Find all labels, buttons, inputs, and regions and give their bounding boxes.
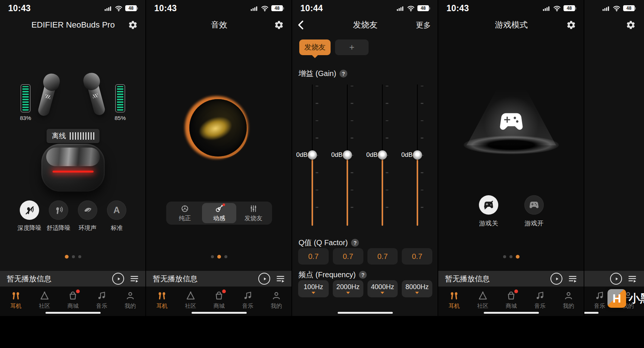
frequency-dropdown[interactable]: 2000Hz [333, 280, 363, 297]
comfort-anc-icon [49, 200, 68, 220]
standard-mode-icon: A [107, 200, 126, 220]
game-mode-off-button[interactable]: 游戏关 [473, 195, 504, 228]
preset-label: 发烧友 [244, 215, 262, 222]
gamepad-off-icon [479, 195, 498, 215]
back-chevron-icon[interactable] [295, 19, 307, 31]
tab-earphones[interactable]: 耳机 [442, 291, 466, 316]
app-screenshot-collage: 10:43 48 EDIFIER NeoBuds Pro 83% 85% 离线 [0, 0, 644, 348]
case-led-light [53, 171, 94, 173]
q-factor-button[interactable]: 0.7 [402, 248, 432, 265]
right-earbud-image [85, 77, 106, 116]
sound-preset-selector: 纯正 动感 发烧友 [166, 202, 272, 225]
case-status-plate: 离线 [47, 129, 100, 143]
now-playing-text: 暂无播放信息 [153, 274, 253, 284]
game-mode-toggle-row: 游戏关 游戏开 [438, 195, 584, 228]
status-bar: 10:43 48 [146, 0, 292, 16]
person-icon [271, 291, 281, 301]
preset-dynamic[interactable]: 动感 [202, 203, 236, 223]
help-icon[interactable]: ? [351, 239, 359, 247]
q-factor-section-label: Q值 (Q Factor) ? [299, 238, 359, 248]
slider-handle[interactable] [308, 151, 317, 160]
settings-gear-icon[interactable] [128, 20, 138, 30]
game-mode-on-button[interactable]: 游戏开 [519, 195, 549, 228]
community-icon [40, 291, 50, 301]
settings-gear-icon[interactable] [566, 20, 576, 30]
store-bag-icon [214, 291, 224, 301]
play-button[interactable] [258, 273, 270, 285]
case-lid [46, 148, 100, 166]
earphones-icon [449, 291, 459, 301]
gamepad-icon [497, 107, 525, 136]
right-earbud-battery-percent: 85% [114, 115, 126, 121]
home-indicator[interactable] [584, 312, 599, 314]
tab-label: 耳机 [448, 303, 460, 310]
music-note-icon [243, 291, 253, 301]
heybox-logo: H [607, 289, 626, 308]
frequency-dropdown[interactable]: 4000Hz [367, 280, 398, 297]
tab-earphones[interactable]: 耳机 [3, 291, 28, 316]
battery-cap [635, 7, 636, 10]
home-indicator[interactable] [338, 312, 393, 314]
page-dot [509, 255, 512, 258]
page-dot [211, 255, 214, 258]
frequency-dropdown[interactable]: 8000Hz [402, 280, 432, 297]
eq-preset-tab-active[interactable]: 发烧友 [299, 39, 331, 55]
tab-label: 我的 [125, 303, 136, 310]
home-indicator[interactable] [45, 312, 101, 314]
preset-pure[interactable]: 纯正 [168, 203, 202, 223]
cellular-signal-icon [250, 4, 258, 13]
frequency-dropdown[interactable]: 100Hz [298, 280, 329, 297]
help-icon[interactable]: ? [359, 271, 367, 279]
status-icons: 48 [104, 4, 138, 13]
page-header: 音效 [146, 16, 292, 34]
slider-handle[interactable] [413, 151, 422, 160]
play-button[interactable] [550, 273, 562, 285]
status-bar: 10:43 48 [438, 0, 584, 16]
mode-comfort-anc[interactable]: 舒适降噪 [44, 200, 73, 232]
screen-sound-effects: 10:43 48 音效 纯正 [146, 0, 292, 316]
community-icon [478, 291, 488, 301]
mode-ambient[interactable]: 环境声 [73, 200, 102, 232]
tab-label: 商城 [67, 303, 79, 310]
home-indicator[interactable] [192, 312, 247, 314]
store-bag-icon [506, 291, 516, 301]
tab-earphones[interactable]: 耳机 [149, 291, 174, 316]
battery-icon: 48 [417, 5, 430, 11]
earphones-icon [157, 291, 167, 301]
q-factor-button[interactable]: 0.7 [298, 248, 329, 265]
status-icons: 48 [542, 4, 576, 13]
add-preset-button[interactable]: + [335, 39, 369, 55]
spotlight-platform [464, 136, 559, 154]
store-bag-icon [68, 291, 78, 301]
settings-gear-icon[interactable] [274, 20, 284, 30]
mode-standard[interactable]: A 标准 [102, 200, 131, 232]
settings-gear-icon[interactable] [626, 20, 636, 30]
mode-label: 环境声 [79, 224, 97, 232]
page-title: 发烧友 [353, 19, 378, 31]
help-icon[interactable]: ? [340, 70, 347, 77]
play-button[interactable] [610, 273, 622, 285]
playlist-icon[interactable] [129, 274, 139, 284]
gain-label-text: 增益 (Gain) [299, 69, 336, 79]
mode-deep-anc[interactable]: 深度降噪 [15, 200, 44, 232]
playlist-icon[interactable] [275, 274, 285, 284]
home-indicator[interactable] [484, 312, 539, 314]
music-note-icon [594, 291, 604, 301]
battery-level: 48 [564, 5, 575, 11]
mode-label: 深度降噪 [18, 224, 41, 232]
tab-label: 耳机 [156, 303, 167, 310]
q-factor-button[interactable]: 0.7 [333, 248, 363, 265]
q-factor-button[interactable]: 0.7 [367, 248, 398, 265]
ambient-sound-icon [78, 200, 97, 220]
slider-handle[interactable] [343, 151, 352, 160]
tab-profile[interactable]: 我的 [118, 291, 143, 316]
slider-handle[interactable] [378, 151, 387, 160]
tab-profile[interactable]: 我的 [556, 291, 581, 316]
preset-audiophile[interactable]: 发烧友 [236, 203, 271, 223]
clock: 10:44 [300, 3, 323, 13]
playlist-icon[interactable] [568, 274, 578, 284]
playlist-icon[interactable] [627, 274, 637, 284]
more-button[interactable]: 更多 [416, 20, 431, 30]
tab-profile[interactable]: 我的 [264, 291, 289, 316]
play-button[interactable] [112, 273, 124, 285]
